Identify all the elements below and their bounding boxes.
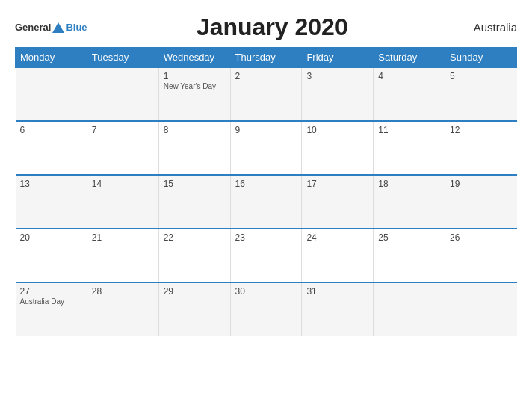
day-number: 18 bbox=[378, 179, 440, 189]
calendar-cell: 23 bbox=[230, 229, 302, 282]
day-number: 4 bbox=[378, 71, 440, 81]
day-number: 13 bbox=[20, 179, 82, 189]
calendar-page: General Blue January 2020 Australia Mond… bbox=[0, 0, 532, 411]
calendar-cell: 11 bbox=[374, 121, 445, 175]
calendar-week-row: 20212223242526 bbox=[16, 229, 517, 282]
calendar-cell bbox=[87, 67, 158, 121]
calendar-cell: 21 bbox=[87, 229, 158, 282]
day-number: 21 bbox=[92, 232, 154, 243]
calendar-cell: 13 bbox=[16, 175, 87, 229]
calendar-cell: 30 bbox=[230, 282, 302, 336]
calendar-week-row: 6789101112 bbox=[16, 121, 517, 175]
calendar-week-row: 13141516171819 bbox=[16, 175, 517, 229]
day-number: 9 bbox=[235, 125, 297, 135]
calendar-cell: 25 bbox=[374, 229, 445, 282]
calendar-cell: 3 bbox=[302, 67, 374, 121]
day-number: 16 bbox=[235, 179, 297, 189]
day-number: 2 bbox=[235, 71, 297, 81]
day-number: 20 bbox=[20, 232, 82, 243]
day-number: 10 bbox=[306, 125, 368, 135]
col-thursday: Thursday bbox=[230, 48, 302, 68]
calendar-title: January 2020 bbox=[87, 13, 457, 41]
day-number: 11 bbox=[378, 125, 440, 135]
col-tuesday: Tuesday bbox=[87, 48, 158, 68]
calendar-table: Monday Tuesday Wednesday Thursday Friday… bbox=[15, 47, 517, 336]
calendar-cell: 28 bbox=[87, 282, 158, 336]
calendar-cell: 22 bbox=[158, 229, 230, 282]
calendar-cell: 10 bbox=[302, 121, 374, 175]
calendar-cell: 2 bbox=[230, 67, 302, 121]
day-number: 23 bbox=[235, 232, 297, 243]
calendar-cell: 1New Year's Day bbox=[158, 67, 230, 121]
calendar-cell: 19 bbox=[445, 175, 517, 229]
holiday-label: New Year's Day bbox=[164, 82, 226, 90]
holiday-label: Australia Day bbox=[20, 297, 82, 306]
logo-triangle-icon bbox=[52, 22, 64, 33]
calendar-cell bbox=[16, 67, 87, 121]
country-label: Australia bbox=[457, 21, 517, 34]
calendar-cell: 16 bbox=[230, 175, 302, 229]
col-saturday: Saturday bbox=[374, 48, 445, 68]
calendar-cell: 18 bbox=[374, 175, 445, 229]
calendar-body: 1New Year's Day2345678910111213141516171… bbox=[16, 67, 517, 336]
day-number: 5 bbox=[450, 71, 512, 81]
calendar-cell: 5 bbox=[445, 67, 517, 121]
col-friday: Friday bbox=[302, 48, 374, 68]
calendar-cell: 4 bbox=[374, 67, 445, 121]
logo: General Blue bbox=[15, 22, 87, 33]
calendar-cell: 31 bbox=[302, 282, 374, 336]
day-number: 30 bbox=[235, 286, 297, 297]
day-number: 14 bbox=[92, 179, 154, 189]
day-number: 12 bbox=[450, 125, 512, 135]
calendar-week-row: 1New Year's Day2345 bbox=[16, 67, 517, 121]
calendar-cell: 17 bbox=[302, 175, 374, 229]
day-number: 1 bbox=[164, 71, 226, 81]
calendar-cell: 27Australia Day bbox=[16, 282, 87, 336]
logo-general-text: General bbox=[15, 22, 51, 33]
day-number: 22 bbox=[164, 232, 226, 243]
calendar-cell bbox=[374, 282, 445, 336]
day-number: 24 bbox=[306, 232, 368, 243]
col-monday: Monday bbox=[16, 48, 87, 68]
calendar-header: General Blue January 2020 Australia bbox=[15, 13, 517, 41]
calendar-cell: 7 bbox=[87, 121, 158, 175]
day-number: 7 bbox=[92, 125, 154, 135]
day-number: 31 bbox=[306, 286, 368, 297]
day-number: 27 bbox=[20, 286, 82, 297]
day-number: 6 bbox=[20, 125, 82, 135]
calendar-cell: 6 bbox=[16, 121, 87, 175]
day-number: 15 bbox=[164, 179, 226, 189]
day-number: 17 bbox=[306, 179, 368, 189]
logo-blue-text: Blue bbox=[66, 22, 87, 33]
calendar-cell: 12 bbox=[445, 121, 517, 175]
calendar-cell: 20 bbox=[16, 229, 87, 282]
day-number: 3 bbox=[306, 71, 368, 81]
calendar-cell: 9 bbox=[230, 121, 302, 175]
calendar-cell: 24 bbox=[302, 229, 374, 282]
calendar-header-row: Monday Tuesday Wednesday Thursday Friday… bbox=[16, 48, 517, 68]
calendar-week-row: 27Australia Day28293031 bbox=[16, 282, 517, 336]
col-wednesday: Wednesday bbox=[158, 48, 230, 68]
col-sunday: Sunday bbox=[445, 48, 517, 68]
day-number: 19 bbox=[450, 179, 512, 189]
day-number: 28 bbox=[92, 286, 154, 297]
day-number: 8 bbox=[164, 125, 226, 135]
day-number: 26 bbox=[450, 232, 512, 243]
calendar-cell: 8 bbox=[158, 121, 230, 175]
day-number: 25 bbox=[378, 232, 440, 243]
calendar-cell: 15 bbox=[158, 175, 230, 229]
day-number: 29 bbox=[164, 286, 226, 297]
calendar-cell: 29 bbox=[158, 282, 230, 336]
calendar-cell: 14 bbox=[87, 175, 158, 229]
calendar-cell: 26 bbox=[445, 229, 517, 282]
calendar-cell bbox=[445, 282, 517, 336]
